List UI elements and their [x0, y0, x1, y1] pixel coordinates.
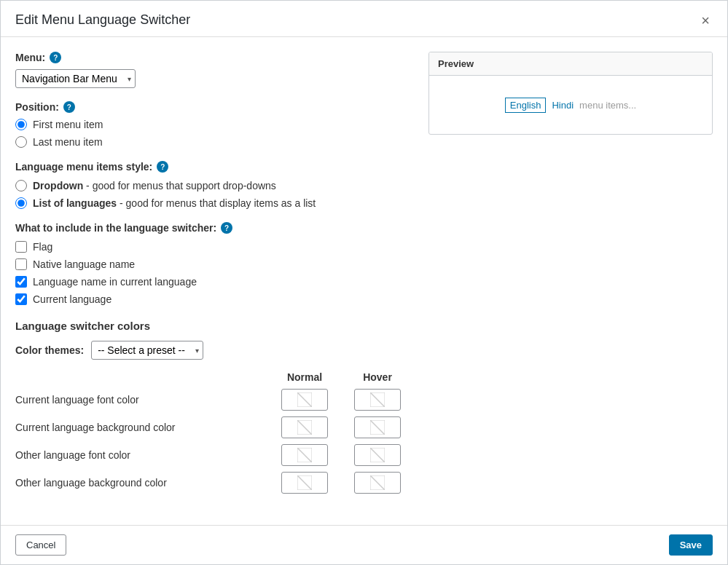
preview-header: Preview	[429, 52, 712, 76]
include-flag-label: Flag	[33, 241, 52, 253]
modal-container: Edit Menu Language Switcher × Menu: ? Na…	[0, 0, 728, 565]
color-row-3-hover-swatch[interactable]	[354, 444, 401, 466]
menu-help-icon[interactable]: ?	[50, 52, 61, 63]
position-first-item[interactable]: First menu item	[15, 119, 414, 130]
color-row-3-normal-swatch[interactable]	[281, 444, 328, 466]
position-last-item[interactable]: Last menu item	[15, 136, 414, 148]
include-label: What to include in the language switcher…	[15, 222, 414, 234]
include-help-icon[interactable]: ?	[221, 222, 232, 234]
style-label: Language menu items style: ?	[15, 161, 414, 173]
position-label: Position: ?	[15, 101, 414, 113]
style-label-text: Language menu items style:	[15, 161, 152, 173]
modal-footer: Cancel Save	[1, 525, 727, 564]
color-row-4-hover-swatch[interactable]	[354, 472, 401, 494]
include-checkbox-group: Flag Native language name Language name …	[15, 241, 414, 305]
position-label-text: Position:	[15, 101, 59, 113]
style-dropdown-radio[interactable]	[15, 180, 27, 191]
modal-body: Menu: ? Navigation Bar Menu ▾ Position: …	[1, 37, 727, 514]
color-themes-select[interactable]: -- Select a preset --	[91, 341, 203, 360]
left-panel: Menu: ? Navigation Bar Menu ▾ Position: …	[15, 52, 414, 499]
include-current-lang-item[interactable]: Current language	[15, 293, 414, 305]
color-row-3-label: Other language font color	[15, 449, 268, 461]
menu-label: Menu: ?	[15, 52, 414, 63]
menu-label-text: Menu:	[15, 52, 45, 63]
color-row-1-hover-swatch[interactable]	[354, 389, 401, 411]
close-button[interactable]: ×	[698, 13, 713, 28]
preview-lang-more: menu items...	[579, 100, 636, 111]
slash-icon	[297, 475, 312, 490]
preview-box: Preview English Hindi menu items...	[428, 52, 713, 135]
color-themes-row: Color themes: -- Select a preset -- ▾	[15, 341, 414, 360]
color-row-2-normal-swatch[interactable]	[281, 416, 328, 438]
save-button[interactable]: Save	[669, 534, 713, 556]
cancel-button[interactable]: Cancel	[15, 534, 66, 556]
include-native-checkbox[interactable]	[15, 258, 27, 270]
color-row-2-label: Current language background color	[15, 422, 268, 433]
include-lang-name-checkbox[interactable]	[15, 276, 27, 288]
normal-col-header: Normal	[268, 371, 341, 383]
style-help-icon[interactable]: ?	[157, 161, 168, 173]
style-radio-group: Dropdown - good for menus that support d…	[15, 180, 414, 209]
include-lang-name-item[interactable]: Language name in current language	[15, 276, 414, 288]
colors-section: Language switcher colors Color themes: -…	[15, 320, 414, 494]
modal-header: Edit Menu Language Switcher ×	[1, 1, 727, 37]
preview-lang-hindi[interactable]: Hindi	[552, 100, 574, 111]
position-last-radio[interactable]	[15, 136, 27, 148]
style-field-group: Language menu items style: ? Dropdown - …	[15, 161, 414, 209]
slash-icon	[297, 448, 312, 462]
slash-icon	[297, 392, 312, 407]
menu-field-group: Menu: ? Navigation Bar Menu ▾	[15, 52, 414, 88]
slash-icon	[370, 420, 385, 435]
style-list-radio[interactable]	[15, 197, 27, 209]
menu-select-wrapper: Navigation Bar Menu ▾	[15, 69, 136, 88]
position-last-label: Last menu item	[33, 136, 103, 148]
include-flag-item[interactable]: Flag	[15, 241, 414, 253]
style-list-label: List of languages - good for menus that …	[33, 197, 316, 209]
color-row-1-label: Current language font color	[15, 394, 268, 406]
menu-select[interactable]: Navigation Bar Menu	[15, 69, 136, 88]
color-row-1: Current language font color	[15, 389, 414, 411]
position-radio-group: First menu item Last menu item	[15, 119, 414, 148]
color-table: Normal Hover Current language font color	[15, 371, 414, 494]
position-first-radio[interactable]	[15, 119, 27, 130]
color-row-2-hover-swatch[interactable]	[354, 416, 401, 438]
color-row-4-normal-swatch[interactable]	[281, 472, 328, 494]
color-table-header: Normal Hover	[15, 371, 414, 383]
include-native-item[interactable]: Native language name	[15, 258, 414, 270]
color-row-3: Other language font color	[15, 444, 414, 466]
slash-icon	[370, 392, 385, 407]
position-field-group: Position: ? First menu item Last menu it…	[15, 101, 414, 148]
color-row-4-label: Other language background color	[15, 477, 268, 489]
include-field-group: What to include in the language switcher…	[15, 222, 414, 305]
right-panel: Preview English Hindi menu items...	[428, 52, 713, 499]
preview-content: English Hindi menu items...	[429, 76, 712, 134]
modal-title: Edit Menu Language Switcher	[15, 12, 190, 28]
include-native-label: Native language name	[33, 258, 135, 270]
style-list-item[interactable]: List of languages - good for menus that …	[15, 197, 414, 209]
include-current-lang-label: Current language	[33, 293, 111, 305]
color-themes-select-wrapper: -- Select a preset -- ▾	[91, 341, 203, 360]
include-current-lang-checkbox[interactable]	[15, 293, 27, 305]
slash-icon	[370, 448, 385, 462]
include-flag-checkbox[interactable]	[15, 241, 27, 253]
style-dropdown-label: Dropdown - good for menus that support d…	[33, 180, 276, 191]
color-row-4: Other language background color	[15, 472, 414, 494]
color-empty-col	[15, 371, 268, 383]
colors-title: Language switcher colors	[15, 320, 414, 332]
hover-col-header: Hover	[341, 371, 414, 383]
style-dropdown-item[interactable]: Dropdown - good for menus that support d…	[15, 180, 414, 191]
slash-icon	[370, 475, 385, 490]
include-label-text: What to include in the language switcher…	[15, 222, 216, 234]
color-row-1-normal-swatch[interactable]	[281, 389, 328, 411]
position-first-label: First menu item	[33, 119, 103, 130]
color-themes-label: Color themes:	[15, 344, 84, 356]
position-help-icon[interactable]: ?	[63, 101, 75, 113]
slash-icon	[297, 420, 312, 435]
include-lang-name-label: Language name in current language	[33, 276, 197, 288]
preview-lang-english[interactable]: English	[505, 98, 547, 113]
color-row-2: Current language background color	[15, 416, 414, 438]
